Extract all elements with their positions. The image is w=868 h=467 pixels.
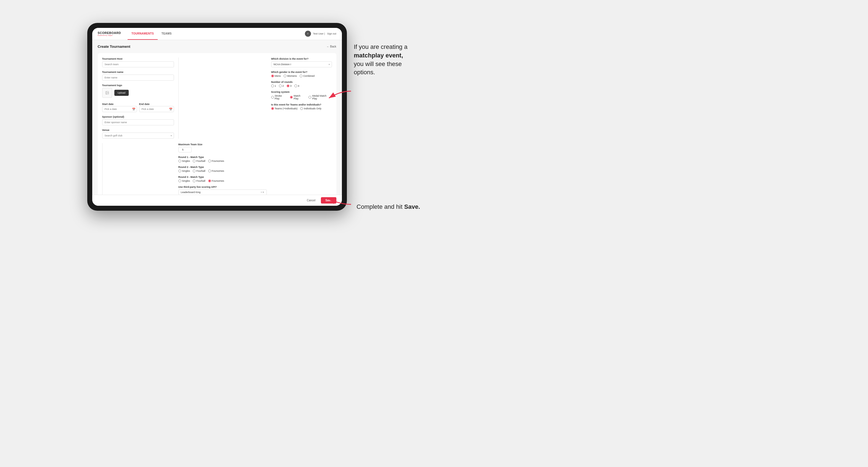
venue-wrapper (102, 132, 174, 138)
gender-womens[interactable]: Womens (284, 74, 297, 77)
division-group: Which division is the event for? NCAA Di… (271, 57, 332, 67)
max-team-size-label: Maximum Team Size (178, 143, 267, 146)
logo-placeholder (102, 88, 112, 98)
col-divider-1 (178, 57, 179, 138)
gender-group: Which gender is the event for? Mens (271, 71, 332, 77)
r3-singles[interactable]: Singles (178, 180, 190, 182)
max-team-size-input[interactable] (178, 147, 192, 152)
round2-radio-group: Singles Fourball Foursomes (178, 169, 267, 172)
round1-radio-group: Singles Fourball Foursomes (178, 160, 267, 162)
user-label: Test User | (313, 32, 325, 35)
division-label: Which division is the event for? (271, 57, 332, 60)
main-content: Create Tournament ← Back Tournament Host (92, 40, 342, 195)
r3-fourball[interactable]: Fourball (193, 180, 206, 182)
logo-title: SCOREBOARD (98, 31, 121, 34)
gender-combined[interactable]: Combined (300, 74, 315, 77)
user-avatar: T (305, 31, 311, 37)
venue-group: Venue (102, 129, 174, 138)
max-team-size-group: Maximum Team Size (178, 143, 267, 152)
venue-label: Venue (102, 129, 174, 131)
round2-match-group: Round 2 - Match Type Singles (178, 166, 267, 172)
round2-label: Round 2 - Match Type (178, 166, 267, 168)
start-date-input[interactable] (102, 106, 137, 112)
teams-radio-group: Teams (+Individuals) Individuals Only (271, 107, 332, 110)
r1-fourball[interactable]: Fourball (193, 160, 206, 162)
r2-singles[interactable]: Singles (178, 169, 190, 172)
back-button[interactable]: ← Back (327, 45, 336, 48)
rounds-radio-group: 1 2 3 (271, 85, 332, 87)
logo-group: Tournament logo Upload (102, 84, 174, 98)
division-wrapper: NCAA Division I (271, 61, 332, 67)
rounds-label: Number of rounds (271, 81, 332, 84)
gender-mens[interactable]: Mens (271, 74, 281, 77)
gender-radio-group: Mens Womens Combined (271, 74, 332, 77)
division-select[interactable]: NCAA Division I (271, 61, 332, 67)
sponsor-input[interactable] (102, 119, 174, 125)
individuals-option[interactable]: Individuals Only (300, 107, 321, 110)
host-input[interactable] (102, 61, 174, 67)
mid-col: Which division is the event for? NCAA Di… (271, 57, 332, 138)
navbar: SCOREBOARD Powered by clippit TOURNAMENT… (92, 28, 342, 40)
round3-label: Round 3 - Match Type (178, 176, 267, 178)
end-date-label: End date (139, 103, 150, 105)
save-button[interactable]: Save (321, 197, 336, 204)
end-date-input[interactable] (139, 106, 174, 112)
r1-singles[interactable]: Singles (178, 160, 190, 162)
end-date-group: End date 📅 (139, 101, 174, 112)
nav-logo: SCOREBOARD Powered by clippit (98, 31, 121, 36)
third-party-input[interactable]: Leaderboard King × ▾ (178, 189, 267, 195)
logo-subtitle: Powered by clippit (98, 34, 121, 36)
signout-link[interactable]: Sign out (327, 32, 336, 35)
nav-tabs: TOURNAMENTS TEAMS (128, 28, 175, 40)
cancel-button[interactable]: Cancel (304, 197, 319, 203)
scoring-stroke[interactable]: Stroke Play (271, 94, 287, 100)
rounds-3[interactable]: 3 (287, 85, 291, 87)
rounds-4[interactable]: 4 (294, 85, 299, 87)
scoring-medal[interactable]: Medal Match Play (308, 94, 332, 100)
form-grid: Tournament Host Tournament name Tourname… (98, 53, 336, 195)
nav-user: T Test User | Sign out (305, 31, 336, 37)
teams-label: Is this event for Teams and/or Individua… (271, 103, 332, 106)
svg-point-1 (106, 92, 107, 93)
scoring-label: Scoring system (271, 91, 332, 93)
name-input[interactable] (102, 74, 174, 81)
col-divider-2 (102, 143, 102, 195)
venue-input[interactable] (102, 132, 174, 138)
page-title: Create Tournament (98, 44, 130, 49)
scoring-group: Scoring system Stroke Play M (271, 91, 332, 100)
footer-bar: Cancel Save (92, 195, 342, 206)
round3-radio-group: Singles Fourball Foursomes (178, 180, 267, 182)
svg-rect-0 (105, 91, 108, 94)
teams-group: Is this event for Teams and/or Individua… (271, 103, 332, 110)
rounds-2[interactable]: 2 (279, 85, 284, 87)
r3-foursomes[interactable]: Foursomes (208, 180, 224, 182)
logo-upload-area: Upload (102, 88, 174, 98)
start-date-icon: 📅 (132, 107, 135, 111)
start-date-wrapper: 📅 (102, 106, 137, 112)
date-row: Start date 📅 End date (102, 101, 174, 112)
r1-foursomes[interactable]: Foursomes (208, 160, 224, 162)
name-group: Tournament name (102, 71, 174, 81)
r2-fourball[interactable]: Fourball (193, 169, 206, 172)
left-col: Tournament Host Tournament name Tourname… (102, 57, 174, 138)
sponsor-label: Sponsor (optional) (102, 116, 174, 118)
r2-foursomes[interactable]: Foursomes (208, 169, 224, 172)
round3-match-group: Round 3 - Match Type Singles (178, 176, 267, 182)
logo-label: Tournament logo (102, 84, 174, 87)
scoring-match[interactable]: Match Play (290, 94, 306, 100)
upload-button[interactable]: Upload (114, 90, 129, 96)
teams-option[interactable]: Teams (+Individuals) (271, 107, 298, 110)
nav-tab-tournaments[interactable]: TOURNAMENTS (128, 28, 158, 40)
third-party-remove[interactable]: × ▾ (261, 191, 264, 194)
page-header: Create Tournament ← Back (98, 44, 336, 49)
dates-group: Start date 📅 End date (102, 101, 174, 112)
nav-tab-teams[interactable]: TEAMS (158, 28, 176, 40)
host-label: Tournament Host (102, 57, 174, 60)
round1-label: Round 1 - Match Type (178, 156, 267, 158)
end-date-icon: 📅 (169, 107, 172, 111)
rounds-group: Number of rounds 1 2 (271, 81, 332, 87)
name-label: Tournament name (102, 71, 174, 73)
rounds-1[interactable]: 1 (271, 85, 276, 87)
third-party-label: Use third-party live scoring API? (178, 186, 267, 188)
end-date-wrapper: 📅 (139, 106, 174, 112)
